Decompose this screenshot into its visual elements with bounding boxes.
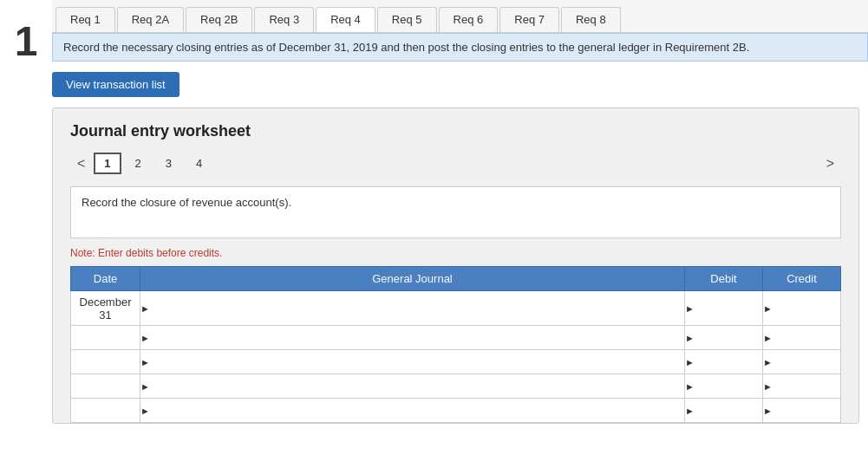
date-cell-5 (71, 399, 140, 423)
page-number: 1 (0, 0, 52, 455)
credit-cell-4[interactable]: ► (763, 374, 841, 399)
next-page-arrow[interactable]: > (819, 154, 841, 173)
journal-table: Date General Journal Debit Credit Decemb… (70, 266, 841, 423)
worksheet-title: Journal entry worksheet (70, 122, 841, 140)
page-4[interactable]: 4 (187, 154, 211, 172)
col-header-journal: General Journal (140, 267, 685, 291)
description-text: Record the closure of revenue account(s)… (82, 196, 291, 209)
page-1[interactable]: 1 (94, 153, 121, 174)
debit-arrow-4: ► (140, 381, 153, 392)
table-row: ► ► ► (71, 374, 841, 399)
credit-cell-3[interactable]: ► (763, 350, 841, 374)
tab-req2a[interactable]: Req 2A (117, 7, 184, 32)
credit-input-5[interactable] (775, 399, 840, 422)
page-3[interactable]: 3 (157, 154, 180, 172)
debit-field-arrow-4: ► (685, 381, 697, 392)
tab-req6[interactable]: Req 6 (439, 7, 499, 32)
table-row: ► ► ► (71, 399, 841, 423)
debit-cell-2[interactable]: ► (685, 326, 763, 350)
table-row: December31 ► ► (71, 291, 841, 326)
prev-page-arrow[interactable]: < (70, 154, 92, 173)
tab-req4[interactable]: Req 4 (316, 7, 375, 32)
journal-input-3[interactable] (153, 350, 684, 374)
credit-cell-1[interactable]: ► (763, 291, 841, 326)
credit-field-arrow-5: ► (763, 406, 775, 416)
col-header-debit: Debit (685, 267, 763, 291)
journal-cell-5[interactable]: ► (140, 399, 685, 423)
page-2[interactable]: 2 (127, 154, 150, 172)
debit-arrow-1: ► (140, 303, 153, 314)
tab-req2b[interactable]: Req 2B (186, 7, 252, 32)
tab-req3[interactable]: Req 3 (254, 7, 314, 32)
debit-cell-1[interactable]: ► (685, 291, 763, 326)
debit-arrow-2: ► (140, 333, 153, 343)
col-header-credit: Credit (763, 267, 841, 291)
date-cell-2 (71, 326, 140, 350)
tabs-bar: Req 1Req 2AReq 2BReq 3Req 4Req 5Req 6Req… (52, 0, 868, 33)
description-box: Record the closure of revenue account(s)… (70, 186, 841, 238)
debit-field-arrow-3: ► (685, 357, 697, 367)
date-value-1: December31 (78, 296, 133, 322)
col-header-date: Date (71, 267, 140, 291)
credit-field-arrow-4: ► (763, 381, 775, 392)
journal-cell-3[interactable]: ► (140, 350, 685, 374)
debit-arrow-5: ► (140, 406, 153, 416)
credit-input-4[interactable] (775, 374, 840, 398)
debit-cell-5[interactable]: ► (685, 399, 763, 423)
instruction-text: Record the necessary closing entries as … (63, 41, 749, 54)
debit-field-arrow-5: ► (685, 406, 697, 416)
tab-req5[interactable]: Req 5 (377, 7, 437, 32)
journal-input-1[interactable] (153, 291, 684, 325)
debit-cell-3[interactable]: ► (685, 350, 763, 374)
credit-input-1[interactable] (775, 291, 840, 325)
journal-input-2[interactable] (153, 326, 684, 349)
debit-field-arrow-1: ► (685, 303, 697, 314)
tab-req8[interactable]: Req 8 (561, 7, 621, 32)
debit-cell-4[interactable]: ► (685, 374, 763, 399)
note-text: Note: Enter debits before credits. (70, 247, 841, 259)
table-row: ► ► ► (71, 326, 841, 350)
journal-cell-2[interactable]: ► (140, 326, 685, 350)
debit-arrow-3: ► (140, 357, 153, 367)
credit-input-2[interactable] (775, 326, 840, 349)
credit-cell-5[interactable]: ► (763, 399, 841, 423)
date-cell-3 (71, 350, 140, 374)
debit-input-5[interactable] (697, 399, 762, 422)
credit-cell-2[interactable]: ► (763, 326, 841, 350)
journal-input-4[interactable] (153, 374, 684, 398)
credit-input-3[interactable] (775, 350, 840, 374)
credit-field-arrow-2: ► (763, 333, 775, 343)
journal-cell-1[interactable]: ► (140, 291, 685, 326)
debit-input-4[interactable] (697, 374, 762, 398)
debit-input-1[interactable] (697, 291, 762, 325)
credit-field-arrow-3: ► (763, 357, 775, 367)
tab-req1[interactable]: Req 1 (55, 7, 115, 32)
journal-input-5[interactable] (153, 399, 684, 422)
table-row: ► ► ► (71, 350, 841, 374)
debit-input-3[interactable] (697, 350, 762, 374)
pagination: < 1 2 3 4 > (70, 153, 841, 174)
date-cell-1: December31 (71, 291, 140, 326)
debit-field-arrow-2: ► (685, 333, 697, 343)
journal-cell-4[interactable]: ► (140, 374, 685, 399)
credit-field-arrow-1: ► (763, 303, 775, 314)
instruction-bar: Record the necessary closing entries as … (52, 33, 868, 62)
date-cell-4 (71, 374, 140, 399)
tab-req7[interactable]: Req 7 (499, 7, 559, 32)
debit-input-2[interactable] (697, 326, 762, 349)
view-transaction-button[interactable]: View transaction list (52, 72, 179, 97)
worksheet-card: Journal entry worksheet < 1 2 3 4 > Reco… (52, 107, 859, 424)
